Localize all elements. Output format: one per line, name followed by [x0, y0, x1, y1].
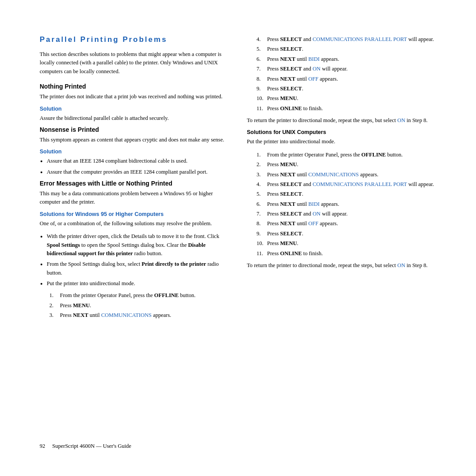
step-item: 3.Press NEXT until COMMUNICATIONS appear… [257, 171, 436, 179]
step-item: 4.Press SELECT and COMMUNICATIONS PARALL… [257, 180, 436, 189]
right-column: 4.Press SELECT and COMMUNICATIONS PARALL… [247, 35, 436, 429]
unix-steps: 1.From the printer Operator Panel, press… [257, 151, 436, 258]
solution-text-1: Assure the bidirectional parallel cable … [40, 114, 229, 123]
page: Parallel Printing Problems This section … [0, 0, 476, 476]
solution-label-2: Solution [40, 149, 229, 155]
step-item: 1.From the printer Operator Panel, press… [49, 291, 229, 300]
step-item: 5.Press SELECT. [257, 190, 436, 198]
step-item: 9.Press SELECT. [257, 85, 436, 93]
bullet-item: Put the printer into unidirectional mode… [47, 279, 229, 288]
section-error-heading: Error Messages with Little or Nothing Pr… [40, 180, 229, 187]
win95-bullets: With the printer driver open, click the … [47, 232, 229, 288]
unix-solutions-text: Put the printer into unidirectional mode… [247, 138, 436, 146]
bullet-item: Assure that an IEEE 1284 compliant bidir… [47, 157, 229, 165]
step-item: 11.Press ONLINE to finish. [257, 104, 436, 113]
unix-solutions-heading: Solutions for UNIX Computers [247, 129, 436, 135]
step-item: 11.Press ONLINE to finish. [257, 249, 436, 258]
step-item: 4.Press SELECT and COMMUNICATIONS PARALL… [257, 35, 436, 44]
step-item: 6.Press NEXT until BIDI appears. [257, 200, 436, 208]
footer-page-number: 92 [40, 443, 45, 450]
page-title: Parallel Printing Problems [40, 35, 229, 44]
left-column: Parallel Printing Problems This section … [40, 35, 229, 429]
win95-continued-steps: 4.Press SELECT and COMMUNICATIONS PARALL… [257, 35, 436, 113]
unix-note: To return the printer to directional mod… [247, 261, 436, 270]
win95-steps: 1.From the printer Operator Panel, press… [49, 291, 229, 320]
step-item: 7.Press SELECT and ON will appear. [257, 65, 436, 73]
step-item: 2.Press MENU. [257, 160, 436, 169]
step-item: 8.Press NEXT until OFF appears. [257, 219, 436, 228]
section-nonsense-text: This symptom appears as content that app… [40, 136, 229, 144]
win95-note: To return the printer to directional mod… [247, 116, 436, 125]
step-item: 8.Press NEXT until OFF appears. [257, 75, 436, 83]
step-item: 10.Press MENU. [257, 239, 436, 248]
nonsense-solution-bullets: Assure that an IEEE 1284 compliant bidir… [47, 157, 229, 176]
win95-solutions-heading: Solutions for Windows 95 or Higher Compu… [40, 211, 229, 217]
win95-solutions-text: One of, or a combination of, the followi… [40, 219, 229, 228]
step-item: 6.Press NEXT until BIDI appears. [257, 55, 436, 63]
footer: 92 SuperScript 4600N — User's Guide [40, 439, 436, 450]
section-nonsense-heading: Nonsense is Printed [40, 126, 229, 133]
step-item: 10.Press MENU. [257, 94, 436, 103]
two-column-layout: Parallel Printing Problems This section … [40, 35, 436, 429]
bullet-item: With the printer driver open, click the … [47, 232, 229, 258]
step-item: 7.Press SELECT and ON will appear. [257, 210, 436, 218]
step-item: 3.Press NEXT until COMMUNICATIONS appear… [49, 311, 229, 320]
footer-doc-title: SuperScript 4600N — User's Guide [52, 443, 131, 450]
bullet-item: From the Spool Settings dialog box, sele… [47, 260, 229, 277]
solution-label-1: Solution [40, 106, 229, 112]
step-item: 2.Press MENU. [49, 301, 229, 310]
step-item: 9.Press SELECT. [257, 230, 436, 238]
intro-text: This section describes solutions to prob… [40, 50, 229, 76]
section-nothing-printed-text: The printer does not indicate that a pri… [40, 93, 229, 101]
section-error-text: This may be a data communications proble… [40, 190, 229, 207]
step-item: 5.Press SELECT. [257, 45, 436, 53]
bullet-item: Assure that the computer provides an IEE… [47, 168, 229, 176]
step-item: 1.From the printer Operator Panel, press… [257, 151, 436, 159]
section-nothing-printed-heading: Nothing Printed [40, 83, 229, 90]
